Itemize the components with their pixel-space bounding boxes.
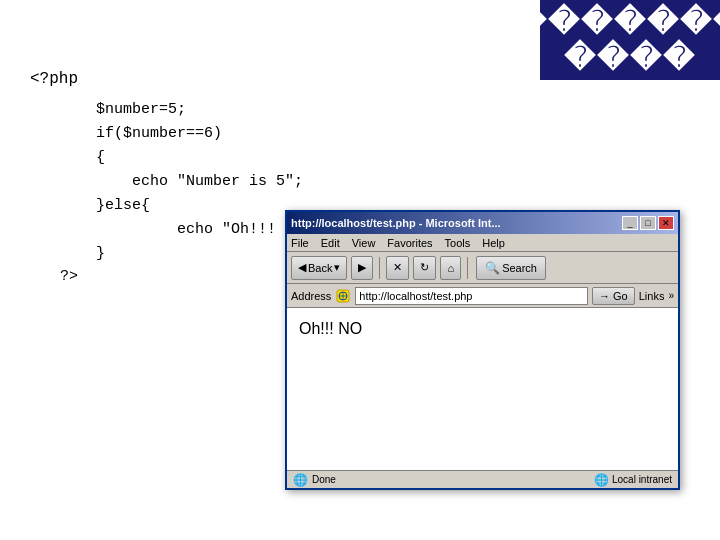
go-button[interactable]: → Go	[592, 287, 635, 305]
stop-icon: ✕	[393, 261, 402, 274]
menu-tools[interactable]: Tools	[445, 237, 471, 249]
browser-content: Oh!!! NO	[287, 308, 678, 464]
refresh-button[interactable]: ↻	[413, 256, 436, 280]
menu-view[interactable]: View	[352, 237, 376, 249]
menu-file[interactable]: File	[291, 237, 309, 249]
browser-statusbar: 🌐 Done 🌐 Local intranet	[287, 470, 678, 488]
code-line-2: if($number==6)	[60, 122, 690, 146]
browser-menu: File Edit View Favorites Tools Help	[287, 234, 678, 252]
go-arrow-icon: →	[599, 290, 610, 302]
browser-titlebar: http://localhost/test.php - Microsoft In…	[287, 212, 678, 234]
code-line-3: {	[60, 146, 690, 170]
back-dropdown-icon: ▾	[334, 261, 340, 274]
toolbar-divider-2	[467, 257, 468, 279]
browser-address-bar: Address → Go Links »	[287, 284, 678, 308]
go-label: Go	[613, 290, 628, 302]
refresh-icon: ↻	[420, 261, 429, 274]
search-button[interactable]: 🔍 Search	[476, 256, 546, 280]
address-input[interactable]	[355, 287, 588, 305]
browser-controls: _ □ ✕	[622, 216, 674, 230]
php-open-tag: <?php	[30, 70, 690, 88]
maximize-button[interactable]: □	[640, 216, 656, 230]
toolbar-divider-1	[379, 257, 380, 279]
intranet-badge: 🌐 Local intranet	[594, 473, 672, 487]
back-label: Back	[308, 262, 332, 274]
home-icon: ⌂	[447, 262, 454, 274]
forward-icon: ▶	[358, 261, 366, 274]
intranet-label: Local intranet	[612, 474, 672, 485]
forward-button[interactable]: ▶	[351, 256, 373, 280]
browser-toolbar: ◀ Back ▾ ▶ ✕ ↻ ⌂ 🔍 Search	[287, 252, 678, 284]
close-button[interactable]: ✕	[658, 216, 674, 230]
links-label: Links	[639, 290, 665, 302]
browser-output: Oh!!! NO	[299, 320, 666, 338]
back-button[interactable]: ◀ Back ▾	[291, 256, 347, 280]
code-line-4: echo "Number is 5";	[60, 170, 690, 194]
status-globe-icon: 🌐	[293, 473, 308, 487]
menu-edit[interactable]: Edit	[321, 237, 340, 249]
stop-button[interactable]: ✕	[386, 256, 409, 280]
address-icon	[335, 288, 351, 304]
menu-favorites[interactable]: Favorites	[387, 237, 432, 249]
home-button[interactable]: ⌂	[440, 256, 461, 280]
search-icon: 🔍	[485, 261, 500, 275]
code-line-1: $number=5;	[60, 98, 690, 122]
address-label: Address	[291, 290, 331, 302]
browser-title: http://localhost/test.php - Microsoft In…	[291, 217, 501, 229]
status-done: Done	[312, 474, 336, 485]
intranet-globe-icon: 🌐	[594, 473, 609, 487]
minimize-button[interactable]: _	[622, 216, 638, 230]
menu-help[interactable]: Help	[482, 237, 505, 249]
links-chevron-icon: »	[668, 290, 674, 301]
search-label: Search	[502, 262, 537, 274]
browser-window: http://localhost/test.php - Microsoft In…	[285, 210, 680, 490]
back-arrow-icon: ◀	[298, 261, 306, 274]
